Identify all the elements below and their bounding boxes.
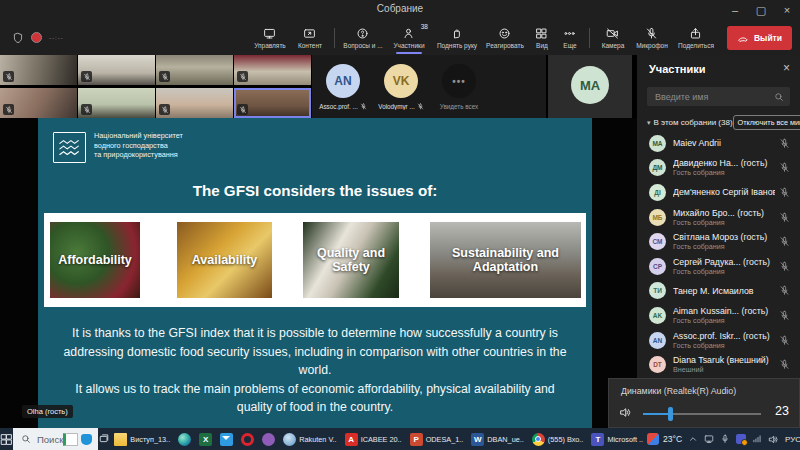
taskbar-item-vystup[interactable]: Виступ_13.. <box>110 428 174 450</box>
video-tile[interactable] <box>156 88 233 118</box>
avatar: DT <box>649 356 666 373</box>
mic-off-icon <box>161 106 169 114</box>
mute-all-button[interactable]: Отключить все мик... <box>733 115 800 130</box>
participant-row[interactable]: ДІ Дем'яненко Сергій Іванович <box>637 180 800 205</box>
viber-icon <box>262 433 275 446</box>
participant-row[interactable]: AK Aiman Kussain... (гость)Гость собрани… <box>637 303 800 328</box>
taskbar-item-dban-word[interactable]: W DBAN_ue.. <box>467 428 528 450</box>
share-button[interactable]: Поделиться <box>673 20 719 55</box>
hand-icon <box>450 27 463 40</box>
university-name: Національний університет водного господа… <box>94 131 183 160</box>
maximize-button[interactable]: ▢ <box>748 0 774 20</box>
avatar: МБ <box>649 209 666 226</box>
tray-display-icon[interactable] <box>704 434 714 444</box>
taskbar-item-rakuten[interactable]: Rakuten V.. <box>279 428 340 450</box>
task-view-icon <box>98 433 110 445</box>
microphone-button[interactable]: Микрофон <box>631 20 673 55</box>
volume-slider[interactable] <box>643 413 761 415</box>
taskbar-item-odesa-ppt[interactable]: P ODESA_1.. <box>406 428 468 450</box>
participant-row[interactable]: МБ Михайло Бро... (гость)Гость собрания <box>637 205 800 230</box>
participants-count-badge: 38 <box>421 23 428 30</box>
participant-role: Гость собрания <box>673 341 775 350</box>
video-tile[interactable] <box>234 55 311 85</box>
participant-name: Свiтлана Мороз (гость) <box>673 232 775 242</box>
view-button[interactable]: Вид <box>528 20 556 55</box>
video-tile-active-speaker[interactable] <box>234 88 311 118</box>
participant-row[interactable]: ДМ Давиденко На... (гость)Гость собрания <box>637 156 800 181</box>
question-icon <box>356 27 369 40</box>
edge-browser-icon <box>178 433 191 446</box>
raise-hand-button[interactable]: Поднять руку <box>432 20 482 55</box>
search-icon <box>774 92 784 102</box>
more-button[interactable]: Еще <box>556 20 584 55</box>
participant-row[interactable]: MA Maiev Andrii <box>637 131 800 156</box>
panel-close-button[interactable]: × <box>783 61 790 75</box>
taskbar-item-opera[interactable] <box>237 428 258 450</box>
mic-off-icon <box>239 106 247 114</box>
content-button[interactable]: Контент <box>291 20 329 55</box>
image-card-strip: Affordability Availability Quality and S… <box>44 213 586 307</box>
chevron-down-icon[interactable]: ▾ <box>647 119 651 127</box>
participant-row[interactable]: СР Сергей Радука... (гость)Гость собрани… <box>637 254 800 279</box>
taskbar-item-excel[interactable]: X <box>195 428 216 450</box>
camera-button[interactable]: Камера <box>595 20 631 55</box>
video-tile[interactable] <box>78 88 155 118</box>
weather-widget[interactable]: 23°C <box>647 433 682 445</box>
see-everyone-button[interactable]: ••• <box>442 64 476 98</box>
minimize-button[interactable]: – <box>722 0 748 20</box>
avatar[interactable]: VK <box>384 64 418 98</box>
questions-button[interactable]: Вопросы и ... <box>340 20 386 55</box>
volume-slider-thumb[interactable] <box>668 407 673 421</box>
video-tile[interactable] <box>78 55 155 85</box>
participant-search-input[interactable]: Введите имя <box>647 87 790 106</box>
presenter-name-tag: Olha (гость) <box>22 405 73 418</box>
grid-icon <box>535 27 548 40</box>
tray-expand-button[interactable] <box>688 434 698 444</box>
toolbar-separator <box>589 28 590 48</box>
participant-name: Танер М. Исмаилов <box>673 286 775 296</box>
slide-title: The GFSI considers the issues of: <box>38 182 592 199</box>
taskbar-item-edge[interactable] <box>174 428 195 450</box>
participant-row[interactable]: DT Diana Tsaruk (внешний)Внешний <box>637 352 800 377</box>
tray-teams-badge-icon[interactable] <box>736 434 746 444</box>
taskbar-item-viber[interactable] <box>258 428 279 450</box>
presentation-slide: Національний університет водного господа… <box>38 118 592 428</box>
participant-role: Гость собрания <box>673 218 775 227</box>
video-tile[interactable] <box>156 55 233 85</box>
share-up-icon <box>689 27 702 40</box>
taskbar-item-chrome[interactable]: (555) Вхо.. <box>528 428 588 450</box>
video-tile[interactable] <box>0 55 77 85</box>
video-tile[interactable] <box>0 88 77 118</box>
participants-button[interactable]: 38 Участники <box>386 20 432 55</box>
avatar[interactable]: AN <box>326 64 360 98</box>
mic-off-icon <box>779 236 790 247</box>
taskbar-search-input[interactable]: Поиск <box>13 428 98 450</box>
search-placeholder: Поиск <box>37 434 63 445</box>
taskbar-item-icabee-pdf[interactable]: A ICABEE 20.. <box>341 428 406 450</box>
stage-tile[interactable]: MA <box>548 55 632 118</box>
panel-title: Участники <box>649 63 706 75</box>
tray-network-icon[interactable] <box>752 434 762 444</box>
acrobat-pdf-icon: A <box>345 433 358 446</box>
camera-off-icon <box>606 27 619 40</box>
opera-browser-icon <box>241 433 254 446</box>
close-button[interactable]: × <box>774 0 800 20</box>
participant-row[interactable]: AN Assoc.prof. Iskr... (гость)Гость собр… <box>637 328 800 353</box>
start-button[interactable] <box>0 428 13 450</box>
leave-button[interactable]: Выйти <box>727 26 792 50</box>
mic-off-icon <box>645 27 658 40</box>
task-view-button[interactable] <box>98 428 110 450</box>
participant-row[interactable]: ТИ Танер М. Исмаилов <box>637 279 800 304</box>
taskbar-item-teams[interactable]: T Microsoft .. <box>587 428 647 450</box>
language-indicator[interactable]: РУС <box>785 435 800 444</box>
participant-row[interactable]: СМ Свiтлана Мороз (гость)Гость собрания <box>637 229 800 254</box>
manage-button[interactable]: Управлять <box>249 20 291 55</box>
audio-participants-strip: AN Assoc.prof. ... VK Volodymyr ... ••• … <box>312 55 546 118</box>
tray-mic-icon[interactable] <box>720 434 730 444</box>
react-button[interactable]: Реагировать <box>482 20 528 55</box>
tray-volume-icon[interactable] <box>768 434 779 445</box>
chrome-browser-icon <box>532 433 545 446</box>
taskbar-item-mail[interactable] <box>216 428 237 450</box>
speaker-icon[interactable] <box>619 406 632 419</box>
temperature: 23°C <box>663 434 682 444</box>
